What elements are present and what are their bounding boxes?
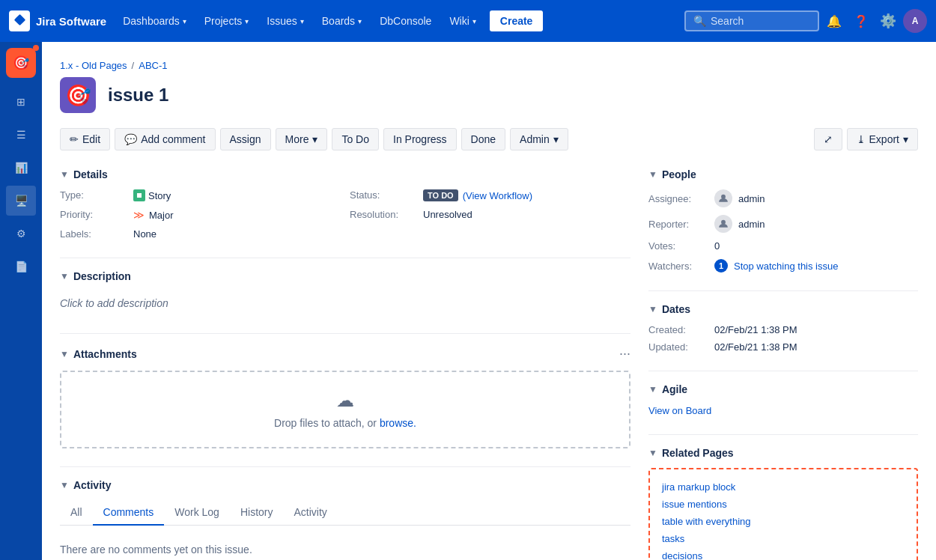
more-button[interactable]: More ▾ — [276, 128, 328, 150]
agile-section-header[interactable]: ▼ Agile — [648, 383, 918, 395]
attachments-header: ▼ Attachments ··· — [60, 346, 630, 362]
jira-logo-icon — [9, 10, 30, 31]
edit-button[interactable]: ✏ Edit — [60, 128, 110, 150]
drop-zone[interactable]: ☁ Drop files to attach, or browse. — [60, 371, 630, 448]
in-progress-button[interactable]: In Progress — [383, 128, 457, 150]
tab-comments[interactable]: Comments — [93, 500, 165, 526]
stop-watching-link[interactable]: Stop watching this issue — [734, 261, 838, 272]
divider-1 — [60, 258, 630, 258]
view-on-board-link[interactable]: View on Board — [648, 405, 711, 416]
tab-all[interactable]: All — [60, 500, 93, 526]
sidebar-item-reports[interactable]: 📊 — [6, 153, 36, 183]
nav-projects[interactable]: Projects▾ — [197, 10, 257, 31]
details-right: Status: TO DO (View Workflow) Resolution… — [350, 189, 630, 240]
issues-icon: 🖥️ — [15, 195, 28, 207]
detail-priority-row: Priority: ≫ Major — [60, 209, 341, 221]
svg-point-1 — [721, 220, 726, 225]
sidebar-project-icon[interactable]: 🎯 — [6, 48, 36, 78]
related-page-link-1[interactable]: issue mentions — [662, 499, 905, 510]
reporter-label: Reporter: — [648, 219, 708, 230]
attachments-section-title: Attachments — [73, 348, 137, 360]
details-toggle-icon: ▼ — [60, 169, 69, 180]
main-column: ▼ Details Type: Story — [60, 168, 630, 560]
type-label: Type: — [60, 189, 127, 201]
notifications-button[interactable]: 🔔 — [822, 9, 846, 33]
tab-activity[interactable]: Activity — [283, 500, 337, 526]
related-page-link-0[interactable]: jira markup block — [662, 481, 905, 493]
sidebar-item-board[interactable]: ⊞ — [6, 87, 36, 117]
comment-icon: 💬 — [124, 133, 137, 145]
attachments-section: ▼ Attachments ··· ☁ Drop files to attach… — [60, 346, 630, 448]
description-section: ▼ Description Click to add description — [60, 270, 630, 315]
dates-section-header[interactable]: ▼ Dates — [648, 303, 918, 315]
backlog-icon: ☰ — [16, 129, 26, 141]
done-button[interactable]: Done — [461, 128, 505, 150]
detail-type-row: Type: Story — [60, 189, 341, 201]
assign-button[interactable]: Assign — [220, 128, 271, 150]
nav-wiki[interactable]: Wiki▾ — [442, 10, 483, 31]
nav-issues[interactable]: Issues▾ — [259, 10, 311, 31]
admin-button[interactable]: Admin ▾ — [510, 128, 568, 150]
share-button[interactable]: ⤢ — [814, 128, 842, 150]
sidebar-item-pages[interactable]: 📄 — [6, 252, 36, 281]
sidebar-item-backlog[interactable]: ☰ — [6, 120, 36, 150]
attachments-section-header[interactable]: ▼ Attachments — [60, 348, 137, 360]
attachments-menu-button[interactable]: ··· — [619, 346, 630, 362]
breadcrumb-project[interactable]: 1.x - Old Pages — [60, 60, 127, 71]
people-section: ▼ People Assignee: admin Reporter: admin — [648, 168, 918, 273]
user-avatar[interactable]: A — [903, 9, 927, 33]
description-section-header[interactable]: ▼ Description — [60, 270, 630, 282]
issue-header: 🎯 issue 1 — [60, 77, 918, 113]
todo-badge: TO DO — [423, 189, 458, 201]
related-page-link-4[interactable]: decisions — [662, 550, 905, 560]
description-placeholder[interactable]: Click to add description — [60, 291, 630, 315]
nav-dbconsole[interactable]: DbConsole — [372, 10, 439, 31]
activity-toggle-icon: ▼ — [60, 480, 69, 490]
details-section-header[interactable]: ▼ Details — [60, 168, 630, 180]
export-button[interactable]: ⤓ Export ▾ — [847, 128, 918, 150]
search-bar[interactable]: 🔍 Search — [684, 10, 819, 31]
people-section-title: People — [662, 168, 696, 180]
export-icon: ⤓ — [857, 133, 866, 145]
svg-point-0 — [721, 195, 726, 199]
breadcrumb-separator: / — [132, 60, 135, 71]
related-pages-toggle-icon: ▼ — [648, 448, 657, 458]
sidebar-item-issues[interactable]: 🖥️ — [6, 186, 36, 216]
create-button[interactable]: Create — [490, 10, 544, 31]
activity-section-header[interactable]: ▼ Activity — [60, 479, 630, 491]
todo-button[interactable]: To Do — [332, 128, 379, 150]
related-pages-section: ▼ Related Pages jira markup block issue … — [648, 447, 918, 560]
description-toggle-icon: ▼ — [60, 271, 69, 281]
settings-button[interactable]: ⚙️ — [876, 9, 900, 33]
browse-link[interactable]: browse. — [380, 417, 416, 429]
created-label: Created: — [648, 324, 708, 335]
tab-history[interactable]: History — [230, 500, 284, 526]
status-value: TO DO (View Workflow) — [423, 189, 532, 201]
votes-value: 0 — [714, 240, 720, 252]
pages-icon: 📄 — [15, 261, 28, 273]
side-divider-2 — [648, 371, 918, 371]
activity-section: ▼ Activity All Comments Work Log History… — [60, 479, 630, 560]
left-sidebar: 🎯 ⊞ ☰ 📊 🖥️ ⚙ 📄 — [0, 42, 42, 560]
nav-dashboards[interactable]: Dashboards▾ — [115, 10, 194, 31]
related-pages-section-header[interactable]: ▼ Related Pages — [648, 447, 918, 459]
votes-row: Votes: 0 — [648, 240, 918, 252]
nav-boards[interactable]: Boards▾ — [314, 10, 369, 31]
help-button[interactable]: ❓ — [849, 9, 873, 33]
related-page-link-3[interactable]: tasks — [662, 533, 905, 544]
related-page-link-2[interactable]: table with everything — [662, 516, 905, 527]
view-workflow-link[interactable]: (View Workflow) — [463, 190, 532, 201]
watchers-count-badge: 1 — [714, 259, 728, 273]
nav-logo[interactable]: Jira Software — [9, 10, 106, 31]
add-comment-button[interactable]: 💬 Add comment — [115, 128, 215, 150]
breadcrumb-issue-id[interactable]: ABC-1 — [139, 60, 167, 71]
dates-toggle-icon: ▼ — [648, 304, 657, 314]
tab-worklog[interactable]: Work Log — [164, 500, 230, 526]
sidebar-item-components[interactable]: ⚙ — [6, 219, 36, 249]
export-chevron-icon: ▾ — [903, 133, 908, 145]
people-section-header[interactable]: ▼ People — [648, 168, 918, 180]
notification-badge — [33, 45, 39, 51]
reporter-avatar — [714, 215, 732, 233]
resolution-label: Resolution: — [350, 209, 417, 220]
issue-project-emoji: 🎯 — [65, 83, 91, 108]
